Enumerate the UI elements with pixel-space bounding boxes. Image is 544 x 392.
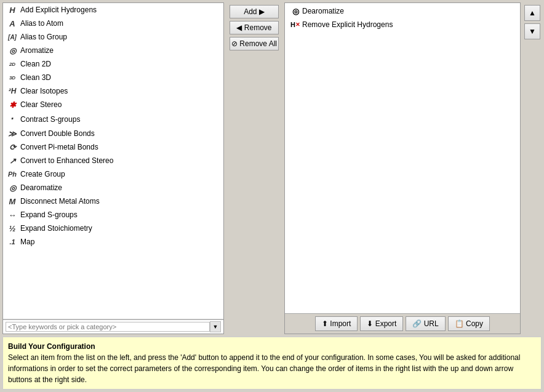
list-item-disconnect-metal[interactable]: MDisconnect Metal Atoms — [3, 194, 223, 208]
add-button[interactable]: Add ▶ — [230, 5, 279, 18]
list-item-contract-sgroups[interactable]: ·Contract S-groups — [3, 111, 223, 127]
list-item-clear-stereo[interactable]: ✱Clear Stereo — [3, 98, 223, 111]
left-panel: HAdd Explicit HydrogensAAlias to Atom[A]… — [2, 2, 224, 334]
list-item-create-group[interactable]: PhCreate Group — [3, 167, 223, 181]
disconnect-metal-icon: M — [6, 197, 19, 206]
search-input[interactable] — [6, 322, 210, 332]
search-bar: ▼ — [3, 319, 223, 334]
remove-button[interactable]: ◀ Remove — [230, 21, 279, 34]
list-item-alias-to-atom[interactable]: AAlias to Atom — [3, 17, 223, 30]
list-item-aromatize[interactable]: ◎Aromatize — [3, 44, 223, 57]
left-list-scroll[interactable]: HAdd Explicit HydrogensAAlias to Atom[A]… — [3, 3, 223, 319]
right-footer: ⬆ Import ⬇ Export 🔗 URL 📋 Copy — [285, 313, 520, 334]
clean-3d-icon: 3D — [6, 75, 19, 81]
info-panel: Build Your Configuration Select an item … — [2, 337, 542, 390]
clean-2d-icon: 2D — [6, 62, 19, 67]
add-explicit-h-label: Add Explicit Hydrogens — [20, 6, 97, 14]
list-item-expand-stoichiometry[interactable]: ½Expand Stoichiometry — [3, 222, 223, 235]
list-item-convert-enhanced-stereo[interactable]: ↗Convert to Enhanced Stereo — [3, 154, 223, 167]
list-item-convert-pi-metal[interactable]: ⟳Convert Pi-metal Bonds — [3, 140, 223, 154]
aromatize-label: Aromatize — [20, 46, 54, 55]
list-item-clean-2d[interactable]: 2DClean 2D — [3, 57, 223, 71]
list-item-expand-sgroups[interactable]: ↔Expand S-groups — [3, 208, 223, 222]
list-item-convert-double-bonds[interactable]: ≫Convert Double Bonds — [3, 127, 223, 140]
top-section: HAdd Explicit HydrogensAAlias to Atom[A]… — [2, 2, 542, 334]
expand-stoichiometry-label: Expand Stoichiometry — [20, 224, 92, 233]
convert-pi-metal-icon: ⟳ — [6, 143, 19, 152]
alias-to-group-icon: [A] — [6, 34, 19, 41]
dearomatize-right-label: Dearomatize — [302, 7, 344, 15]
clean-2d-label: Clean 2D — [20, 60, 51, 68]
add-explicit-h-icon: H — [6, 6, 19, 15]
url-button[interactable]: 🔗 URL — [406, 316, 445, 331]
info-title: Build Your Configuration — [8, 341, 536, 352]
alias-to-group-label: Alias to Group — [20, 33, 67, 41]
list-item-clear-isotopes[interactable]: ²HClear Isotopes — [3, 84, 223, 98]
expand-sgroups-label: Expand S-groups — [20, 210, 78, 219]
contract-sgroups-label: Contract S-groups — [20, 115, 80, 124]
arrow-panel: ▲ ▼ — [523, 2, 542, 334]
remove-all-button[interactable]: ⊘ Remove All — [230, 37, 279, 50]
list-item-dearomatize[interactable]: ◎Dearomatize — [3, 181, 223, 194]
contract-sgroups-icon: · — [6, 113, 19, 126]
move-down-button[interactable]: ▼ — [524, 23, 540, 39]
convert-double-bonds-icon: ≫ — [6, 129, 19, 138]
list-item-clean-3d[interactable]: 3DClean 3D — [3, 71, 223, 84]
remove-explicit-h-right-icon: H✕ — [289, 21, 302, 28]
dearomatize-label: Dearomatize — [20, 183, 62, 192]
clear-stereo-icon: ✱ — [6, 100, 19, 110]
right-item-remove-explicit-h-right[interactable]: H✕Remove Explicit Hydrogens — [286, 18, 519, 31]
alias-to-atom-label: Alias to Atom — [20, 19, 63, 28]
map-label: Map — [20, 238, 34, 246]
expand-stoichiometry-icon: ½ — [6, 224, 19, 233]
disconnect-metal-label: Disconnect Metal Atoms — [20, 197, 100, 206]
create-group-label: Create Group — [20, 170, 65, 178]
dearomatize-right-icon: ◎ — [289, 7, 302, 16]
dearomatize-icon: ◎ — [6, 183, 19, 193]
create-group-icon: Ph — [6, 170, 19, 178]
convert-pi-metal-label: Convert Pi-metal Bonds — [20, 143, 98, 151]
right-list[interactable]: ◎DearomatizeH✕Remove Explicit Hydrogens — [285, 3, 520, 313]
export-button[interactable]: ⬇ Export — [360, 316, 403, 331]
main-container: HAdd Explicit HydrogensAAlias to Atom[A]… — [0, 0, 544, 392]
convert-double-bonds-label: Convert Double Bonds — [20, 129, 95, 138]
clear-isotopes-label: Clear Isotopes — [20, 87, 68, 95]
import-button[interactable]: ⬆ Import — [315, 316, 358, 331]
search-dropdown-btn[interactable]: ▼ — [210, 321, 221, 332]
convert-enhanced-stereo-icon: ↗ — [6, 156, 19, 166]
copy-button[interactable]: 📋 Copy — [448, 316, 490, 331]
middle-buttons: Add ▶ ◀ Remove ⊘ Remove All — [226, 2, 282, 334]
expand-sgroups-icon: ↔ — [6, 210, 19, 220]
map-icon: .1 — [6, 238, 19, 246]
right-panel: ◎DearomatizeH✕Remove Explicit Hydrogens … — [284, 2, 521, 334]
convert-enhanced-stereo-label: Convert to Enhanced Stereo — [20, 156, 113, 165]
remove-explicit-h-right-label: Remove Explicit Hydrogens — [302, 20, 393, 29]
info-text: Select an item from the list on the left… — [8, 352, 536, 385]
clear-stereo-label: Clear Stereo — [20, 100, 62, 109]
alias-to-atom-icon: A — [6, 19, 19, 28]
right-item-dearomatize-right[interactable]: ◎Dearomatize — [286, 4, 519, 18]
list-item-add-explicit-h[interactable]: HAdd Explicit Hydrogens — [3, 3, 223, 17]
clear-isotopes-icon: ²H — [6, 87, 19, 95]
list-item-alias-to-group[interactable]: [A]Alias to Group — [3, 30, 223, 44]
list-item-map[interactable]: .1Map — [3, 235, 223, 249]
right-section: ◎DearomatizeH✕Remove Explicit Hydrogens … — [284, 2, 542, 334]
aromatize-icon: ◎ — [6, 46, 19, 55]
clean-3d-label: Clean 3D — [20, 73, 51, 82]
move-up-button[interactable]: ▲ — [524, 5, 540, 21]
